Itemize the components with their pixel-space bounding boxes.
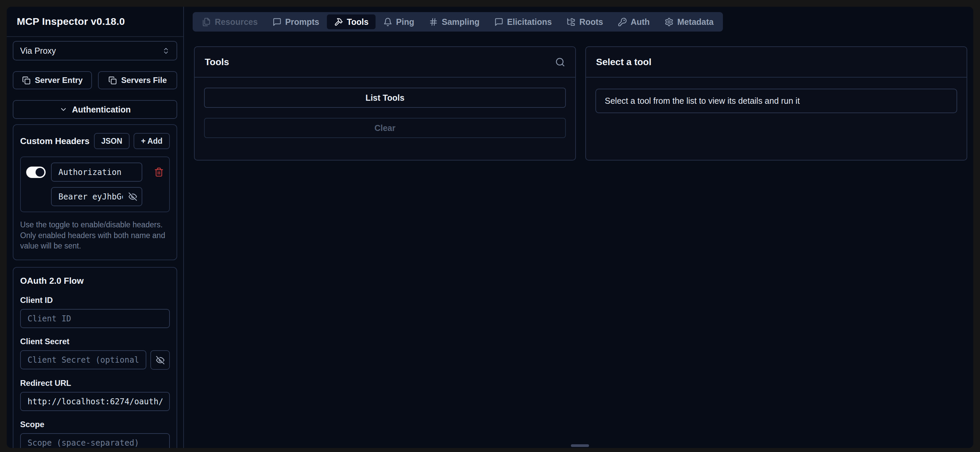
toggle-knob (36, 168, 44, 177)
tab-tools[interactable]: Tools (327, 14, 375, 29)
tool-detail-panel: Select a tool Select a tool from the lis… (585, 46, 967, 161)
tools-panel: Tools List Tools Clear (194, 46, 576, 161)
copy-icon (22, 76, 30, 85)
authentication-label: Authentication (72, 105, 131, 115)
tab-roots[interactable]: Roots (560, 14, 610, 29)
custom-headers-card: Custom Headers JSON + Add (13, 124, 177, 260)
sidebar-content: Via Proxy Server Entry Servers File (7, 37, 183, 448)
header-name-row (26, 163, 164, 182)
json-mode-button[interactable]: JSON (94, 133, 130, 149)
oauth-flow-card: OAuth 2.0 Flow Client ID Client Secret R… (13, 267, 177, 448)
tab-label: Elicitations (507, 17, 552, 27)
folder-tree-icon (566, 18, 576, 27)
scope-input[interactable] (20, 433, 170, 448)
bell-icon (383, 18, 392, 27)
app-title: MCP Inspector v0.18.0 (17, 16, 125, 27)
sidebar-header: MCP Inspector v0.18.0 (7, 7, 183, 37)
tools-panel-title: Tools (205, 57, 229, 67)
oauth-title: OAuth 2.0 Flow (20, 276, 170, 286)
tab-label: Ping (396, 17, 414, 27)
server-entry-button[interactable]: Server Entry (13, 71, 92, 89)
tools-panel-body: List Tools Clear (195, 78, 575, 158)
chevrons-up-down-icon (162, 47, 170, 55)
headers-help-text: Use the toggle to enable/disable headers… (20, 220, 169, 252)
message-square-icon (494, 18, 503, 27)
custom-headers-head: Custom Headers JSON + Add (20, 133, 170, 149)
empty-state-box: Select a tool from the list to view its … (595, 89, 957, 113)
import-buttons-row: Server Entry Servers File (13, 71, 177, 89)
client-secret-input[interactable] (20, 350, 146, 369)
trash-icon (154, 167, 164, 177)
servers-file-button[interactable]: Servers File (98, 71, 177, 89)
clear-tools-button[interactable]: Clear (204, 118, 566, 138)
header-value-wrap (51, 187, 142, 206)
tool-detail-title: Select a tool (596, 57, 651, 67)
custom-headers-title: Custom Headers (20, 136, 90, 146)
redirect-url-input[interactable] (20, 392, 170, 411)
transport-select[interactable]: Via Proxy (13, 41, 177, 61)
header-enabled-toggle[interactable] (26, 166, 46, 178)
scope-label: Scope (20, 420, 170, 429)
eye-off-icon (156, 356, 165, 365)
header-name-input[interactable] (51, 163, 142, 182)
hash-icon (429, 18, 438, 27)
hammer-icon (334, 18, 343, 27)
tab-label: Auth (631, 17, 650, 27)
header-entry-group (20, 157, 170, 212)
gear-icon (665, 18, 674, 27)
empty-state-message: Select a tool from the list to view its … (605, 96, 800, 106)
tab-ping[interactable]: Ping (376, 14, 421, 29)
tab-resources[interactable]: Resources (195, 14, 265, 29)
tab-elicitations[interactable]: Elicitations (487, 14, 559, 29)
main-area: Resources Prompts Tools Ping Sampling (184, 7, 973, 448)
client-id-label: Client ID (20, 295, 170, 305)
redirect-url-label: Redirect URL (20, 379, 170, 388)
panels-row: Tools List Tools Clear Select a tool Se (194, 46, 967, 161)
servers-file-label: Servers File (121, 75, 167, 85)
tab-auth[interactable]: Auth (611, 14, 657, 29)
desktop-background: MCP Inspector v0.18.0 Via Proxy Server E… (0, 0, 980, 452)
copy-icon (108, 76, 117, 85)
client-secret-label: Client Secret (20, 337, 170, 346)
toggle-secret-visibility-button[interactable] (150, 350, 170, 370)
horizontal-scrollbar-thumb[interactable] (571, 444, 589, 447)
search-icon[interactable] (555, 57, 565, 67)
header-value-row (26, 187, 164, 206)
key-icon (618, 18, 627, 27)
tab-sampling[interactable]: Sampling (422, 14, 487, 29)
transport-select-value: Via Proxy (20, 46, 56, 56)
tool-detail-body: Select a tool from the list to view its … (586, 78, 967, 123)
chevron-down-icon (59, 105, 67, 113)
add-header-button[interactable]: + Add (134, 133, 170, 149)
list-tools-button[interactable]: List Tools (204, 88, 566, 108)
server-entry-label: Server Entry (35, 75, 83, 85)
tab-metadata[interactable]: Metadata (657, 14, 721, 29)
tab-bar: Resources Prompts Tools Ping Sampling (192, 12, 723, 32)
mcp-inspector-window: MCP Inspector v0.18.0 Via Proxy Server E… (7, 7, 973, 448)
tab-label: Roots (579, 17, 603, 27)
tab-label: Sampling (442, 17, 480, 27)
eye-off-icon[interactable] (128, 192, 137, 201)
delete-header-button[interactable] (154, 167, 164, 177)
tools-panel-header: Tools (195, 47, 575, 78)
client-secret-row (20, 350, 170, 370)
client-id-input[interactable] (20, 309, 170, 328)
message-square-icon (272, 18, 282, 27)
authentication-collapse-button[interactable]: Authentication (13, 100, 177, 119)
tab-prompts[interactable]: Prompts (266, 14, 326, 29)
tool-detail-header: Select a tool (586, 47, 967, 78)
tab-label: Metadata (677, 17, 714, 27)
tab-label: Prompts (285, 17, 319, 27)
tab-label: Tools (347, 17, 369, 27)
files-icon (202, 18, 211, 27)
sidebar: MCP Inspector v0.18.0 Via Proxy Server E… (7, 7, 184, 448)
tab-label: Resources (215, 17, 258, 27)
